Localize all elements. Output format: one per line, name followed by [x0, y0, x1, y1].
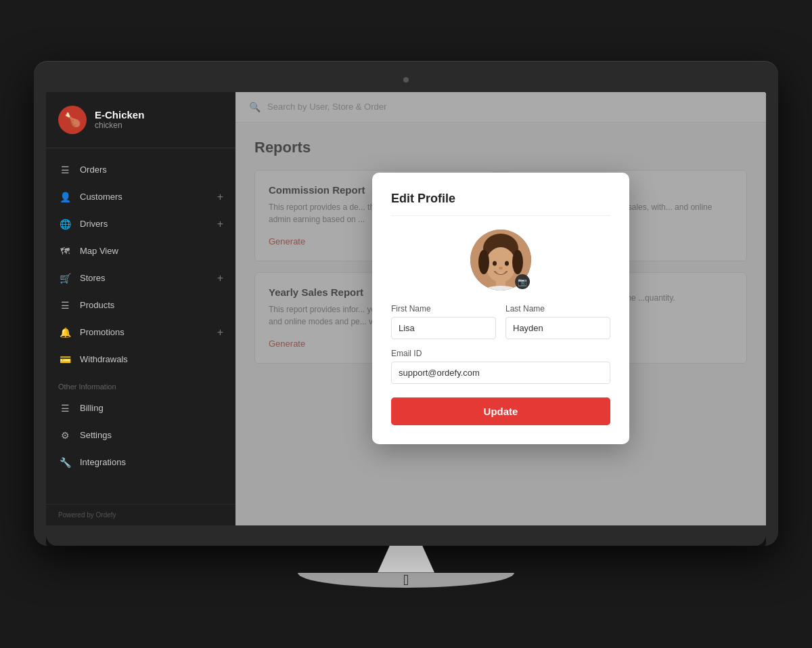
monitor-top-bar — [46, 73, 766, 87]
sidebar-item-promotions[interactable]: 🔔 Promotions + — [46, 319, 235, 346]
main-area: 🔍 Search by User, Store & Order Reports … — [235, 92, 766, 525]
drivers-icon: 🌐 — [58, 217, 72, 231]
promotions-label: Promotions — [80, 327, 125, 337]
email-group: Email ID — [391, 349, 610, 384]
avatar-container: 📷 — [470, 230, 531, 290]
camera-dot — [403, 77, 409, 83]
svg-point-5 — [493, 261, 497, 266]
email-row: Email ID — [391, 349, 610, 384]
stores-label: Stores — [80, 273, 106, 283]
app-layout: 🍗 E-Chicken chicken ☰ Orders 👤 — [46, 92, 766, 525]
customers-icon: 👤 — [58, 190, 72, 204]
brand-sub: chicken — [95, 121, 144, 130]
svg-point-4 — [512, 250, 523, 274]
settings-icon: ⚙ — [58, 429, 72, 442]
products-label: Products — [80, 300, 114, 310]
monitor-wrapper: 🍗 E-Chicken chicken ☰ Orders 👤 — [34, 61, 778, 588]
modal-overlay[interactable]: Edit Profile — [235, 92, 766, 525]
map-view-label: Map View — [80, 246, 118, 256]
sidebar-item-integrations[interactable]: 🔧 Integrations — [46, 449, 235, 476]
camera-badge[interactable]: 📷 — [515, 274, 530, 289]
brand-name: E-Chicken — [95, 109, 144, 121]
sidebar: 🍗 E-Chicken chicken ☰ Orders 👤 — [46, 92, 235, 525]
edit-profile-modal: Edit Profile — [372, 173, 629, 444]
sidebar-footer: Powered by Ordefy — [46, 504, 235, 525]
sidebar-item-products[interactable]: ☰ Products — [46, 292, 235, 319]
stand-base:  — [298, 573, 514, 588]
monitor-stand:  — [298, 546, 514, 588]
customers-plus-icon[interactable]: + — [217, 191, 223, 203]
modal-divider — [391, 215, 610, 216]
withdrawals-label: Withdrawals — [80, 354, 128, 364]
sidebar-item-map-view[interactable]: 🗺 Map View — [46, 238, 235, 265]
first-name-input[interactable] — [391, 317, 496, 339]
svg-point-2 — [486, 247, 516, 282]
last-name-label: Last Name — [505, 304, 610, 314]
drivers-plus-icon[interactable]: + — [217, 218, 223, 230]
name-row: First Name Last Name — [391, 304, 610, 339]
apple-logo:  — [403, 571, 409, 589]
promotions-icon: 🔔 — [58, 326, 72, 339]
brand-icon: 🍗 — [58, 106, 87, 134]
sidebar-item-billing[interactable]: ☰ Billing — [46, 395, 235, 422]
sidebar-item-stores[interactable]: 🛒 Stores + — [46, 265, 235, 292]
modal-title: Edit Profile — [391, 192, 610, 206]
integrations-icon: 🔧 — [58, 456, 72, 469]
sidebar-item-settings[interactable]: ⚙ Settings — [46, 422, 235, 449]
svg-point-6 — [505, 261, 509, 266]
first-name-group: First Name — [391, 304, 496, 339]
stand-neck — [365, 546, 447, 573]
billing-icon: ☰ — [58, 402, 72, 415]
products-icon: ☰ — [58, 299, 72, 312]
last-name-input[interactable] — [505, 317, 610, 339]
email-input[interactable] — [391, 362, 610, 384]
sidebar-item-orders[interactable]: ☰ Orders — [46, 156, 235, 183]
screen-bezel: 🍗 E-Chicken chicken ☰ Orders 👤 — [46, 92, 766, 546]
monitor-bottom-bezel — [46, 525, 766, 546]
stores-plus-icon[interactable]: + — [217, 272, 223, 284]
settings-label: Settings — [80, 430, 112, 440]
update-button[interactable]: Update — [391, 397, 610, 425]
orders-label: Orders — [80, 165, 107, 175]
svg-point-3 — [478, 250, 489, 274]
monitor-shell: 🍗 E-Chicken chicken ☰ Orders 👤 — [34, 61, 778, 546]
svg-point-7 — [499, 267, 503, 269]
avatar-section: 📷 — [391, 230, 610, 290]
sidebar-item-withdrawals[interactable]: 💳 Withdrawals — [46, 346, 235, 373]
withdrawals-icon: 💳 — [58, 353, 72, 366]
drivers-label: Drivers — [80, 219, 108, 229]
first-name-label: First Name — [391, 304, 496, 314]
sidebar-logo: 🍗 E-Chicken chicken — [46, 92, 235, 148]
promotions-plus-icon[interactable]: + — [217, 326, 223, 339]
integrations-label: Integrations — [80, 457, 126, 467]
email-label: Email ID — [391, 349, 610, 358]
orders-icon: ☰ — [58, 163, 72, 177]
map-view-icon: 🗺 — [58, 244, 72, 258]
billing-label: Billing — [80, 403, 104, 413]
sidebar-item-drivers[interactable]: 🌐 Drivers + — [46, 211, 235, 238]
other-information-label: Other Information — [46, 373, 235, 395]
customers-label: Customers — [80, 192, 122, 202]
sidebar-nav: ☰ Orders 👤 Customers + 🌐 Drivers + — [46, 148, 235, 504]
last-name-group: Last Name — [505, 304, 610, 339]
sidebar-item-customers[interactable]: 👤 Customers + — [46, 183, 235, 211]
stores-icon: 🛒 — [58, 272, 72, 285]
